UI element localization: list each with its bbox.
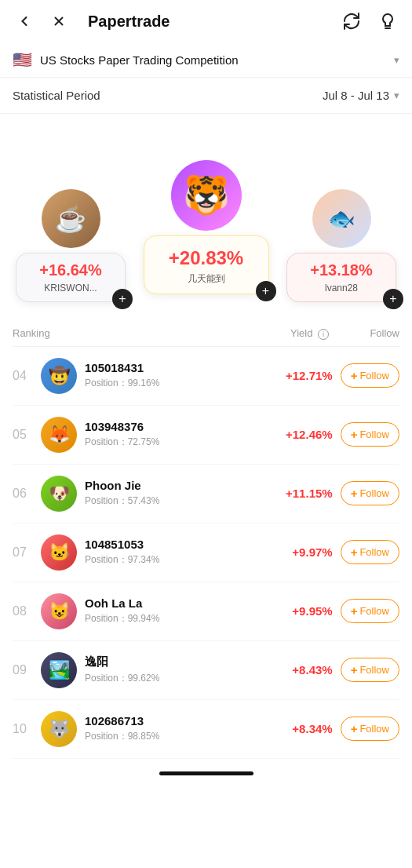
podium-third-place: 🐟 +13.18% lvann28 + [286, 189, 396, 302]
page-title: Papertrade [88, 13, 170, 31]
follow-plus-icon: + [351, 369, 358, 382]
rank-avatar: 😺 [41, 593, 77, 629]
rank-avatar-emoji: 🦊 [41, 417, 77, 453]
rank-info: 102686713 Position：98.85% [85, 714, 270, 743]
rank-yield: +9.95% [270, 604, 333, 618]
rank-position: Position：98.85% [85, 730, 270, 743]
period-label: Statistical Period [13, 89, 323, 102]
rank-avatar-emoji: 🐶 [41, 476, 77, 512]
rank-name: Ooh La La [85, 596, 270, 610]
rank-avatar: 🤠 [41, 358, 77, 394]
rank-name: 102686713 [85, 714, 270, 728]
rank-info: 103948376 Position：72.75% [85, 420, 270, 449]
rank-row: 06 🐶 Phoon Jie Position：57.43% +11.15% +… [13, 465, 399, 523]
rank-row: 05 🦊 103948376 Position：72.75% +12.46% +… [13, 406, 399, 465]
chevron-down-icon: ▾ [394, 54, 399, 66]
podium-section: ☕ +16.64% KRISWON... + 🐯 +20.83% 几天能到 + … [0, 114, 412, 318]
rank-avatar: 🐱 [41, 534, 77, 571]
podium-third-follow-btn[interactable]: + [383, 289, 403, 309]
rank-position: Position：99.16% [85, 377, 270, 390]
rank-yield: +8.43% [270, 663, 333, 677]
rank-name: 105018431 [85, 361, 270, 374]
rank-info: 105018431 Position：99.16% [85, 361, 270, 390]
follow-plus-icon: + [351, 428, 358, 441]
podium-first-username: 几天能到 [188, 272, 225, 286]
rank-info: Phoon Jie Position：57.43% [85, 479, 270, 508]
podium-third-avatar: 🐟 [312, 189, 371, 248]
header-yield-label: Yield i [258, 327, 329, 340]
header: Papertrade [0, 0, 412, 42]
header-ranking-label: Ranking [13, 327, 41, 339]
rank-row: 04 🤠 105018431 Position：99.16% +12.71% +… [13, 347, 399, 406]
follow-button[interactable]: + Follow [341, 422, 399, 447]
header-follow-label: Follow [329, 327, 399, 339]
podium-second-avatar: ☕ [42, 189, 100, 248]
podium-third-card: +13.18% lvann28 + [286, 253, 396, 302]
podium-first-follow-btn[interactable]: + [256, 281, 276, 301]
follow-label: Follow [359, 605, 389, 617]
follow-plus-icon: + [351, 663, 358, 677]
podium-second-username: KRISWON... [44, 283, 97, 294]
rank-number: 08 [13, 604, 41, 618]
rank-row: 08 😺 Ooh La La Position：99.94% +9.95% + … [13, 582, 399, 641]
podium-first-avatar: 🐯 [171, 160, 242, 231]
period-chevron-icon: ▾ [394, 89, 399, 101]
rank-rows-container: 04 🤠 105018431 Position：99.16% +12.71% +… [13, 347, 399, 759]
flag-icon: 🇺🇸 [13, 50, 32, 69]
rank-number: 09 [13, 663, 41, 677]
podium-second-place: ☕ +16.64% KRISWON... + [16, 189, 126, 302]
podium-third-username: lvann28 [325, 283, 358, 294]
rank-number: 10 [13, 722, 41, 736]
yield-info-icon[interactable]: i [318, 329, 329, 340]
rank-row: 10 🐺 102686713 Position：98.85% +8.34% + … [13, 700, 399, 759]
follow-label: Follow [359, 370, 389, 381]
close-button[interactable] [47, 9, 71, 33]
bulb-icon[interactable] [376, 9, 399, 33]
follow-button[interactable]: + Follow [341, 481, 399, 505]
period-selector[interactable]: Statistical Period Jul 8 - Jul 13 ▾ [0, 78, 412, 114]
follow-button[interactable]: + Follow [341, 599, 399, 623]
rank-name: 103948376 [85, 420, 270, 433]
competition-selector[interactable]: 🇺🇸 US Stocks Paper Trading Competition ▾ [0, 42, 412, 78]
rank-number: 04 [13, 369, 41, 383]
podium-second-yield: +16.64% [39, 261, 102, 279]
rank-avatar: 🦊 [41, 417, 77, 453]
header-right [340, 9, 399, 33]
follow-plus-icon: + [351, 545, 358, 559]
rank-avatar: 🏞️ [41, 652, 77, 688]
rankings-header: Ranking Yield i Follow [13, 318, 399, 347]
follow-button[interactable]: + Follow [341, 658, 399, 682]
refresh-icon[interactable] [340, 9, 363, 33]
podium-second-follow-btn[interactable]: + [112, 289, 133, 309]
rank-avatar-emoji: 😺 [41, 593, 77, 629]
follow-plus-icon: + [351, 604, 358, 618]
rank-avatar-emoji: 🐱 [41, 534, 77, 571]
bottom-indicator-bar [159, 771, 253, 775]
rank-row: 09 🏞️ 逸阳 Position：99.62% +8.43% + Follow [13, 641, 399, 700]
rank-yield: +8.34% [270, 722, 333, 735]
back-button[interactable] [13, 9, 36, 33]
rank-name: Phoon Jie [85, 479, 270, 492]
podium-first-card: +20.83% 几天能到 + [144, 235, 269, 294]
follow-button[interactable]: + Follow [341, 717, 399, 741]
follow-button[interactable]: + Follow [341, 540, 399, 564]
rank-number: 07 [13, 545, 41, 560]
follow-button[interactable]: + Follow [341, 363, 399, 388]
rankings-section: Ranking Yield i Follow 04 🤠 105018431 Po… [0, 318, 412, 759]
competition-name: US Stocks Paper Trading Competition [40, 53, 394, 67]
podium-first-place: 🐯 +20.83% 几天能到 + [144, 160, 269, 294]
rank-yield: +12.71% [270, 369, 333, 382]
rank-info: Ooh La La Position：99.94% [85, 596, 270, 625]
rank-number: 06 [13, 487, 41, 501]
follow-label: Follow [359, 429, 389, 440]
podium-first-yield: +20.83% [169, 247, 243, 269]
rank-avatar-emoji: 🤠 [41, 358, 77, 394]
rank-position: Position：99.94% [85, 612, 270, 625]
follow-plus-icon: + [351, 722, 358, 735]
follow-label: Follow [359, 723, 389, 735]
rank-avatar-emoji: 🐺 [41, 711, 77, 747]
rank-yield: +11.15% [270, 487, 333, 500]
rank-yield: +9.97% [270, 545, 333, 559]
follow-label: Follow [359, 546, 389, 558]
rank-info: 104851053 Position：97.34% [85, 538, 270, 567]
